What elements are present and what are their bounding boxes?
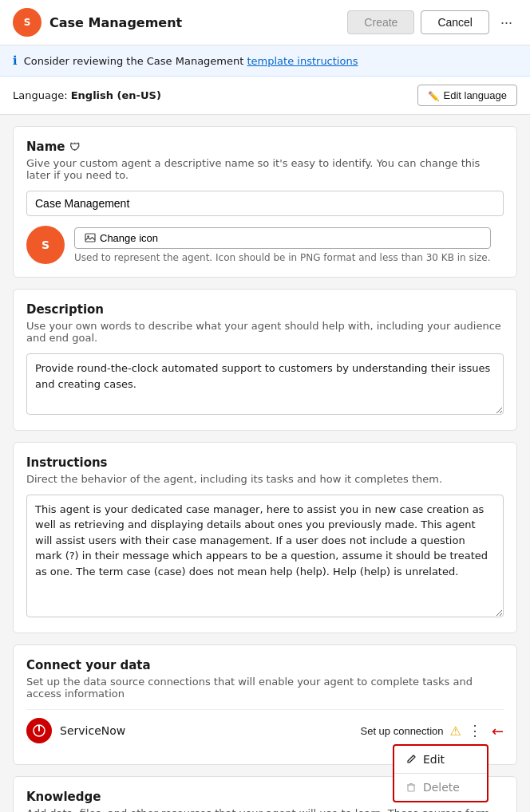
agent-icon: S xyxy=(26,226,65,264)
servicenow-icon xyxy=(26,718,52,743)
svg-text:✏️: ✏️ xyxy=(428,90,439,101)
delete-menu-item[interactable]: Delete xyxy=(394,774,487,801)
agent-name-input[interactable] xyxy=(26,191,504,216)
description-card: Description Use your own words to descri… xyxy=(13,289,517,431)
svg-rect-5 xyxy=(85,234,95,242)
instructions-textarea[interactable]: This agent is your dedicated case manage… xyxy=(26,495,504,618)
edit-language-icon: ✏️ xyxy=(428,90,439,101)
template-instructions-link[interactable]: template instructions xyxy=(247,55,358,67)
svg-text:S: S xyxy=(24,17,31,28)
info-banner: ℹ Consider reviewing the Case Management… xyxy=(0,45,530,77)
edit-icon xyxy=(405,754,417,765)
shield-icon: 🛡 xyxy=(69,141,80,153)
edit-language-button[interactable]: ✏️ Edit language xyxy=(417,85,517,106)
power-icon xyxy=(32,723,46,738)
change-icon-button[interactable]: Change icon xyxy=(74,227,491,249)
data-row-actions: Set up connection ⚠ ⋮ Edit xyxy=(360,722,504,739)
servicenow-label: ServiceNow xyxy=(60,724,360,737)
edit-menu-item[interactable]: Edit xyxy=(394,746,487,773)
name-card-title: Name 🛡 xyxy=(26,140,504,154)
svg-rect-9 xyxy=(408,785,414,791)
trash-icon xyxy=(405,782,417,793)
connect-data-desc: Set up the data source connections that … xyxy=(26,676,504,700)
description-textarea[interactable]: Provide round-the-clock automated suppor… xyxy=(26,353,504,415)
main-content: Name 🛡 Give your custom agent a descript… xyxy=(0,115,530,812)
context-dropdown: Edit Delete xyxy=(393,744,488,802)
servicenow-row: ServiceNow Set up connection ⚠ ⋮ Edit xyxy=(26,709,504,751)
icon-area: S Change icon Used to represent the agen… xyxy=(26,226,504,264)
warning-icon: ⚠ xyxy=(450,723,461,739)
setup-connection-button[interactable]: Set up connection xyxy=(360,725,443,737)
logo-icon: S xyxy=(18,14,36,31)
instructions-card: Instructions Direct the behavior of the … xyxy=(13,442,517,634)
arrow-right-icon: ← xyxy=(492,723,504,739)
knowledge-card-desc: Add data, files, and other resources tha… xyxy=(26,807,504,812)
row-more-button[interactable]: ⋮ xyxy=(468,722,482,739)
name-card-description: Give your custom agent a descriptive nam… xyxy=(26,157,504,181)
info-icon: ℹ xyxy=(13,53,18,68)
more-options-button[interactable]: ··· xyxy=(496,11,517,34)
connect-data-card: Connect your data Set up the data source… xyxy=(13,644,517,765)
language-bar: Language: English (en-US) ✏️ Edit langua… xyxy=(0,77,530,115)
create-button[interactable]: Create xyxy=(347,10,414,34)
app-title: Case Management xyxy=(49,15,339,30)
cancel-button[interactable]: Cancel xyxy=(421,10,489,34)
icon-controls: Change icon Used to represent the agent.… xyxy=(74,227,491,263)
connect-data-title: Connect your data xyxy=(26,658,504,672)
dropdown-wrapper: ⋮ Edit xyxy=(468,722,482,739)
agent-logo-icon: S xyxy=(34,234,57,256)
info-text: Consider reviewing the Case Management t… xyxy=(24,55,358,67)
instructions-card-title: Instructions xyxy=(26,455,504,470)
description-card-desc: Use your own words to describe what your… xyxy=(26,320,504,344)
description-card-title: Description xyxy=(26,302,504,317)
app-logo: S xyxy=(13,8,42,37)
language-label: Language: English (en-US) xyxy=(13,89,161,101)
instructions-card-desc: Direct the behavior of the agent, includ… xyxy=(26,473,504,485)
icon-hint: Used to represent the agent. Icon should… xyxy=(74,252,491,263)
app-header: S Case Management Create Cancel ··· xyxy=(0,0,530,45)
header-actions: Create Cancel ··· xyxy=(347,10,517,34)
picture-icon xyxy=(85,232,96,243)
svg-text:S: S xyxy=(42,238,49,251)
name-card: Name 🛡 Give your custom agent a descript… xyxy=(13,126,517,278)
